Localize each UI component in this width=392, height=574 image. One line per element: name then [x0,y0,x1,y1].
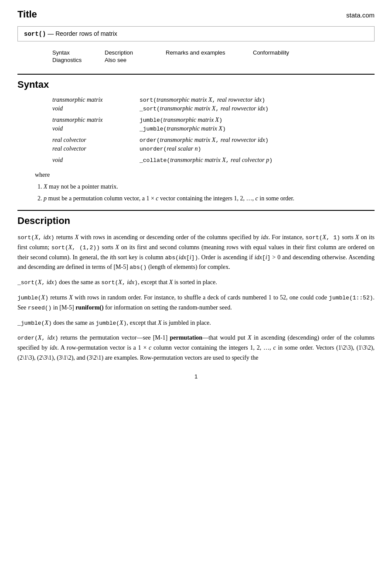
desc-para-3: jumble(X) returns X with rows in random … [17,293,375,313]
return-order: real colvector [52,137,140,144]
syntax-row-sort: transmorphic matrix sort(transmorphic ma… [52,96,375,103]
tab-diagnostics[interactable]: Diagnostics [52,57,105,63]
sig-jumble: jumble(transmorphic matrix X) [140,117,375,124]
return-sort: transmorphic matrix [52,96,140,103]
syntax-note-1: X may not be a pointer matrix. [44,182,375,191]
stata-brand: stata.com [346,11,375,19]
return-usort: void [52,105,140,112]
sig-collate: _collate(transmorphic matrix X, real col… [140,157,375,164]
syntax-row-collate: void _collate(transmorphic matrix X, rea… [52,157,375,164]
syntax-table: transmorphic matrix sort(transmorphic ma… [52,96,375,164]
desc-para-5: order(X, idx) returns the permutation ve… [17,333,375,363]
syntax-note-2: p must be a permutation column vector, a… [44,194,375,203]
syntax-section: Syntax transmorphic matrix sort(transmor… [17,74,375,203]
tab-alsosee[interactable]: Also see [105,57,166,63]
page-title: Title [17,9,37,20]
return-unorder: real colvector [52,145,140,152]
tab-remarks[interactable]: Remarks and examples [166,49,253,56]
return-jumble: transmorphic matrix [52,117,140,124]
syntax-row-jumble: transmorphic matrix jumble(transmorphic … [52,117,375,124]
description-heading: Description [17,215,375,227]
nav-tabs: Syntax Description Remarks and examples … [52,49,375,63]
desc-para-4: _jumble(X) does the same as jumble(X), e… [17,318,375,328]
syntax-row-ujumble: void _jumble(transmorphic matrix X) [52,125,375,132]
sig-ujumble: _jumble(transmorphic matrix X) [140,125,375,132]
sig-sort: sort(transmorphic matrix X, real rowvect… [140,96,375,103]
description-rule [17,210,375,211]
title-box: sort() — Reorder rows of matrix [17,26,375,41]
desc-para-2: _sort(X, idx) does the same as sort(X, i… [17,278,375,288]
description-section: Description sort(X, idx) returns X with … [17,210,375,363]
title-separator: — [46,30,55,37]
title-func: sort() [24,31,46,38]
sig-usort: _sort(transmorphic matrix X, real rowvec… [140,105,375,112]
syntax-heading: Syntax [17,79,375,90]
syntax-row-unorder: real colvector unorder(real scalar n) [52,145,375,152]
where-label: where [35,172,375,179]
return-ujumble: void [52,125,140,132]
syntax-row-order: real colvector order(transmorphic matrix… [52,137,375,144]
tab-syntax[interactable]: Syntax [52,49,105,56]
sig-unorder: unorder(real scalar n) [140,145,375,152]
syntax-rule [17,74,375,75]
title-description: Reorder rows of matrix [55,30,117,37]
desc-para-1: sort(X, idx) returns X with rows in asce… [17,233,375,272]
syntax-row-usort: void _sort(transmorphic matrix X, real r… [52,105,375,112]
tab-description[interactable]: Description [105,49,166,56]
tab-conformability[interactable]: Conformability [253,49,323,56]
sig-order: order(transmorphic matrix X, real rowvec… [140,137,375,144]
return-collate: void [52,157,140,164]
syntax-notes: X may not be a pointer matrix. p must be… [44,182,375,203]
page-header: Title stata.com [17,9,375,20]
page-number: 1 [17,373,375,380]
